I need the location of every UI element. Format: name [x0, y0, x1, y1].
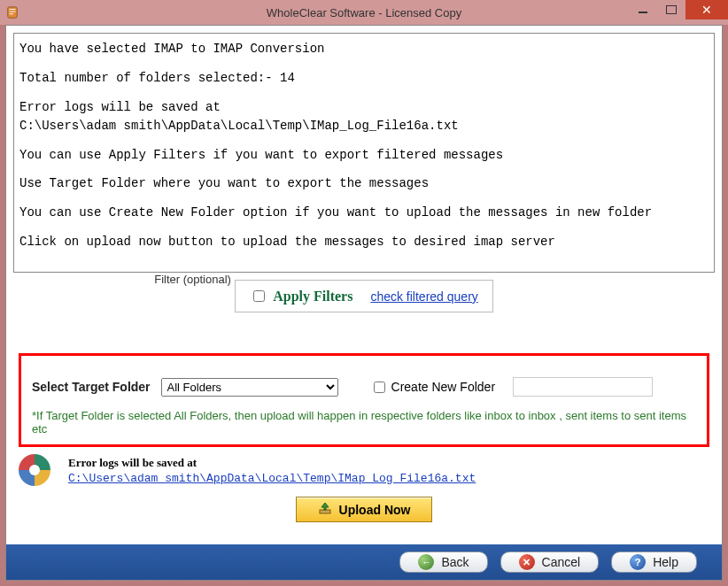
title-bar: WholeClear Software - Licensed Copy [0, 0, 728, 25]
apply-filters-checkbox[interactable] [253, 290, 265, 302]
back-label: Back [441, 555, 469, 569]
create-new-folder-input[interactable] [513, 377, 653, 397]
upload-icon [318, 501, 332, 518]
target-folder-note: *If Target Folder is selected All Folder… [32, 409, 696, 436]
back-button[interactable]: ← Back [399, 551, 487, 573]
app-icon [5, 5, 19, 19]
cancel-icon: ✕ [519, 554, 535, 570]
filter-legend: Filter (optional) [152, 273, 233, 286]
app-window: WholeClear Software - Licensed Copy You … [0, 0, 728, 586]
upload-row: Upload Now [6, 497, 722, 522]
help-button[interactable]: ? Help [611, 551, 697, 573]
error-log-row: Error logs will be saved at C:\Users\ada… [19, 454, 709, 486]
info-error-path: C:\Users\adam smith\AppData\Local\Temp\I… [19, 118, 709, 135]
error-log-heading: Error logs will be saved at [68, 456, 476, 470]
maximize-button[interactable] [657, 0, 685, 19]
target-folder-section: Select Target Folder All Folders Create … [19, 353, 709, 447]
info-selected: You have selected IMAP to IMAP Conversio… [19, 41, 709, 58]
check-filtered-query-link[interactable]: check filtered query [370, 289, 477, 304]
cancel-button[interactable]: ✕ Cancel [500, 551, 600, 573]
close-button[interactable] [685, 0, 728, 19]
apply-filters-label: Apply Filters [273, 289, 352, 305]
info-upload: Click on upload now button to upload the… [19, 234, 709, 251]
info-create: You can use Create New Folder option if … [19, 204, 709, 221]
info-panel: You have selected IMAP to IMAP Conversio… [13, 33, 715, 273]
back-icon: ← [418, 554, 434, 570]
svg-rect-0 [8, 7, 18, 18]
window-title: WholeClear Software - Licensed Copy [0, 6, 728, 19]
target-folder-label: Select Target Folder [32, 380, 151, 394]
upload-now-button[interactable]: Upload Now [296, 497, 433, 522]
create-new-folder-label: Create New Folder [391, 380, 496, 394]
footer-bar: ← Back ✕ Cancel ? Help [6, 544, 722, 580]
target-folder-row: Select Target Folder All Folders Create … [32, 377, 696, 397]
help-icon: ? [630, 554, 646, 570]
upload-now-label: Upload Now [339, 503, 411, 517]
info-errors: Error logs will be saved at [19, 99, 709, 116]
cancel-label: Cancel [542, 555, 581, 569]
error-log-path-link[interactable]: C:\Users\adam smith\AppData\Local\Temp\I… [68, 472, 476, 485]
filter-row: Filter (optional) Apply Filters check fi… [6, 280, 722, 312]
create-new-folder-checkbox[interactable] [374, 382, 385, 393]
pie-chart-icon [19, 454, 50, 486]
window-controls [629, 0, 728, 19]
minimize-button[interactable] [629, 0, 657, 19]
info-target: Use Target Folder where you want to expo… [19, 175, 709, 192]
help-label: Help [653, 555, 678, 569]
info-filters: You can use Apply Filters if you want to… [19, 147, 709, 164]
error-log-text: Error logs will be saved at C:\Users\ada… [68, 456, 476, 485]
info-total: Total number of folders selected:- 14 [19, 70, 709, 87]
client-area: You have selected IMAP to IMAP Conversio… [5, 25, 723, 581]
svg-rect-1 [320, 510, 330, 513]
filter-fieldset: Filter (optional) Apply Filters check fi… [235, 280, 493, 312]
target-folder-select[interactable]: All Folders [161, 378, 338, 397]
